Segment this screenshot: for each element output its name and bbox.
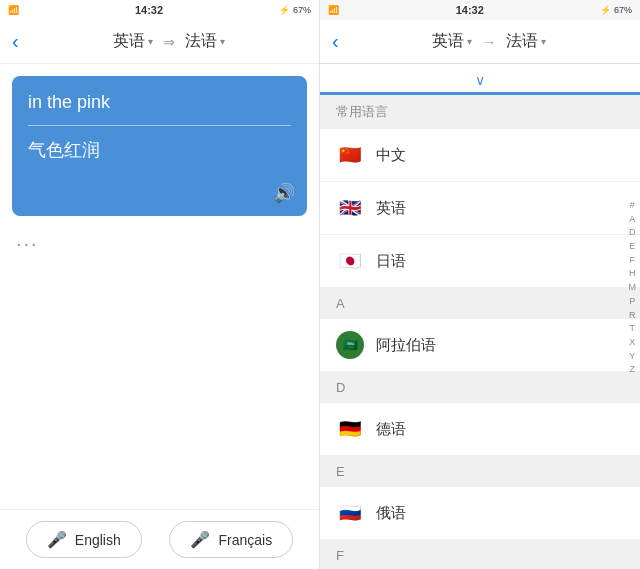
target-lang-selector[interactable]: 法语 ▾ <box>185 31 225 52</box>
right-time: 14:32 <box>456 4 484 16</box>
index-z[interactable]: Z <box>630 364 636 376</box>
chevron-down-icon: ∨ <box>475 72 485 88</box>
lang-name-russian: 俄语 <box>376 504 406 523</box>
bottom-bar: 🎤 English 🎤 Français <box>0 509 319 569</box>
card-divider <box>28 125 291 126</box>
index-e[interactable]: E <box>629 241 635 253</box>
index-r[interactable]: R <box>629 310 636 322</box>
right-status-right: ⚡ 67% <box>600 5 632 15</box>
right-status-left: 📶 <box>328 5 339 15</box>
index-h[interactable]: H <box>629 268 636 280</box>
right-target-lang-arrow: ▾ <box>541 36 546 47</box>
lang-name-english: 英语 <box>376 199 406 218</box>
lang-selector: 英语 ▾ ⇒ 法语 ▾ <box>31 31 307 52</box>
lang-swap-arrow: ⇒ <box>163 34 175 50</box>
flag-arabic: 🇸🇦 <box>336 331 364 359</box>
target-lang-label: 法语 <box>185 31 217 52</box>
left-status-icons-right: ⚡ 67% <box>279 5 311 15</box>
left-time: 14:32 <box>135 4 163 16</box>
index-d[interactable]: D <box>629 227 636 239</box>
index-hash[interactable]: # <box>630 200 635 212</box>
wifi-icon: 📶 <box>8 5 19 15</box>
section-a: A <box>320 288 640 319</box>
flag-english: 🇬🇧 <box>336 194 364 222</box>
section-d: D <box>320 372 640 403</box>
index-p[interactable]: P <box>629 296 635 308</box>
left-status-bar: 📶 14:32 ⚡ 67% <box>0 0 319 20</box>
translation-card: in the pink 气色红润 🔊 <box>12 76 307 216</box>
language-list: 常用语言 🇨🇳 中文 🇬🇧 英语 🇯🇵 日语 A 🇸🇦 阿拉伯语 D 🇩🇪 德语… <box>320 95 640 569</box>
right-nav-bar: ‹ 英语 ▾ → 法语 ▾ <box>320 20 640 64</box>
right-target-lang-label: 法语 <box>506 31 538 52</box>
lang-name-chinese: 中文 <box>376 146 406 165</box>
flag-japanese: 🇯🇵 <box>336 247 364 275</box>
list-item-japanese[interactable]: 🇯🇵 日语 <box>320 235 640 288</box>
section-e: E <box>320 456 640 487</box>
english-mic-button[interactable]: 🎤 English <box>26 521 142 558</box>
flag-german: 🇩🇪 <box>336 415 364 443</box>
target-lang-arrow: ▾ <box>220 36 225 47</box>
source-lang-selector[interactable]: 英语 ▾ <box>113 31 153 52</box>
index-m[interactable]: M <box>629 282 637 294</box>
index-a[interactable]: A <box>629 214 635 226</box>
chevron-indicator[interactable]: ∨ <box>320 64 640 95</box>
left-panel: 📶 14:32 ⚡ 67% ‹ 英语 ▾ ⇒ 法语 ▾ in the pink … <box>0 0 320 569</box>
section-common: 常用语言 <box>320 95 640 129</box>
french-button-label: Français <box>218 532 272 548</box>
list-item-russian[interactable]: 🇷🇺 俄语 <box>320 487 640 540</box>
right-lang-selector: 英语 ▾ → 法语 ▾ <box>351 31 628 52</box>
right-target-lang[interactable]: 法语 ▾ <box>506 31 546 52</box>
battery-icon: 67% <box>293 5 311 15</box>
more-options-button[interactable]: ... <box>0 228 319 251</box>
spacer <box>0 251 319 509</box>
flag-russian: 🇷🇺 <box>336 499 364 527</box>
translated-text: 气色红润 <box>28 138 291 162</box>
lang-name-arabic: 阿拉伯语 <box>376 336 436 355</box>
source-lang-label: 英语 <box>113 31 145 52</box>
list-item-arabic[interactable]: 🇸🇦 阿拉伯语 <box>320 319 640 372</box>
right-back-button[interactable]: ‹ <box>332 30 339 53</box>
mic-icon-1: 🎤 <box>47 530 67 549</box>
index-y[interactable]: Y <box>629 351 635 363</box>
lang-name-japanese: 日语 <box>376 252 406 271</box>
index-x[interactable]: X <box>629 337 635 349</box>
section-f: F <box>320 540 640 569</box>
bluetooth-icon: ⚡ <box>279 5 290 15</box>
mic-icon-2: 🎤 <box>190 530 210 549</box>
left-back-button[interactable]: ‹ <box>12 30 19 53</box>
index-f[interactable]: F <box>630 255 636 267</box>
lang-name-german: 德语 <box>376 420 406 439</box>
list-item-german[interactable]: 🇩🇪 德语 <box>320 403 640 456</box>
left-nav-bar: ‹ 英语 ▾ ⇒ 法语 ▾ <box>0 20 319 64</box>
flag-chinese: 🇨🇳 <box>336 141 364 169</box>
index-bar: # A D E F H M P R T X Y Z <box>629 200 637 376</box>
right-status-bar: 📶 14:32 ⚡ 67% <box>320 0 640 20</box>
speaker-button[interactable]: 🔊 <box>273 182 295 204</box>
list-item-english[interactable]: 🇬🇧 英语 <box>320 182 640 235</box>
french-mic-button[interactable]: 🎤 Français <box>169 521 293 558</box>
right-source-lang-arrow: ▾ <box>467 36 472 47</box>
source-lang-arrow: ▾ <box>148 36 153 47</box>
right-source-lang-label: 英语 <box>432 31 464 52</box>
right-source-lang[interactable]: 英语 ▾ <box>432 31 472 52</box>
english-button-label: English <box>75 532 121 548</box>
source-text[interactable]: in the pink <box>28 92 291 113</box>
left-status-icons-left: 📶 <box>8 5 19 15</box>
list-item-chinese[interactable]: 🇨🇳 中文 <box>320 129 640 182</box>
right-panel: 📶 14:32 ⚡ 67% ‹ 英语 ▾ → 法语 ▾ ∨ 常用语言 🇨🇳 中文 <box>320 0 640 569</box>
index-t[interactable]: T <box>630 323 636 335</box>
right-lang-arrow: → <box>482 34 496 50</box>
